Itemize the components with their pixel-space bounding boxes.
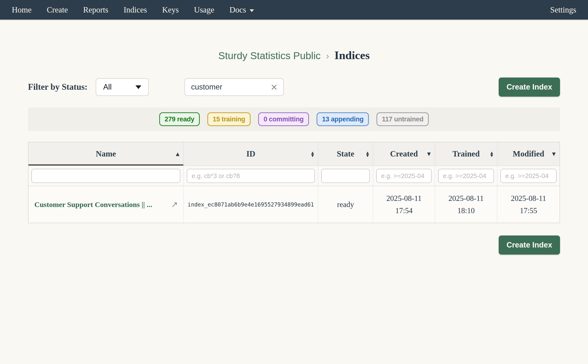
nav-item-settings[interactable]: Settings xyxy=(550,5,576,14)
breadcrumb-separator: › xyxy=(326,51,329,61)
breadcrumb: Sturdy Statistics Public › Indices xyxy=(28,49,560,62)
modified-filter-input[interactable] xyxy=(500,169,557,183)
sort-descending-icon: ▼ xyxy=(427,152,431,156)
main-content: Sturdy Statistics Public › Indices Filte… xyxy=(28,49,560,255)
nav-item-reports[interactable]: Reports xyxy=(83,5,108,14)
column-header-created[interactable]: Created ▼ xyxy=(373,142,435,166)
nav-item-create[interactable]: Create xyxy=(47,5,68,14)
status-badge-training[interactable]: 15 training xyxy=(207,112,251,126)
cell-state: ready xyxy=(318,186,373,223)
created-filter-input[interactable] xyxy=(376,169,432,183)
modified-date: 2025-08-11 xyxy=(511,192,546,205)
sort-both-icon: ▲▼ xyxy=(490,151,493,157)
status-badge-appending[interactable]: 13 appending xyxy=(317,112,369,126)
cell-modified: 2025-08-11 17:55 xyxy=(497,186,560,223)
sort-ascending-icon: ▲ xyxy=(176,152,179,156)
cell-created: 2025-08-11 17:54 xyxy=(373,186,435,223)
status-badge-untrained[interactable]: 117 untrained xyxy=(376,112,429,126)
table-filter-row xyxy=(28,166,560,186)
dropdown-caret-icon xyxy=(135,85,141,89)
column-header-trained[interactable]: Trained ▲▼ xyxy=(435,142,497,166)
breadcrumb-parent-link[interactable]: Sturdy Statistics Public xyxy=(218,50,321,62)
filter-cell-id xyxy=(184,166,318,186)
filter-cell-name xyxy=(28,166,184,186)
search-input[interactable] xyxy=(191,83,268,91)
created-time: 17:54 xyxy=(395,205,413,217)
clear-search-icon[interactable]: × xyxy=(271,81,278,93)
status-filter-value: All xyxy=(103,83,111,91)
sort-both-icon: ▲▼ xyxy=(311,151,314,157)
sort-both-icon: ▲▼ xyxy=(366,151,369,157)
table-row: Customer Support Conversations || ... ↗ … xyxy=(28,186,560,223)
filter-cell-trained xyxy=(435,166,497,186)
nav-item-indices[interactable]: Indices xyxy=(123,5,147,14)
nav-item-keys[interactable]: Keys xyxy=(162,5,179,14)
nav-item-home[interactable]: Home xyxy=(12,5,32,14)
status-badge-strip: 279 ready 15 training 0 committing 13 ap… xyxy=(28,107,560,131)
filter-cell-created xyxy=(373,166,435,186)
modified-time: 17:55 xyxy=(520,205,537,217)
cell-trained: 2025-08-11 18:10 xyxy=(435,186,497,223)
trained-filter-input[interactable] xyxy=(438,169,494,183)
table-header-row: Name ▲ ID ▲▼ State ▲▼ Created ▼ Trained … xyxy=(28,142,560,166)
create-index-button-bottom[interactable]: Create Index xyxy=(499,235,560,255)
column-header-name[interactable]: Name ▲ xyxy=(28,142,184,166)
column-header-state[interactable]: State ▲▼ xyxy=(318,142,373,166)
cell-name: Customer Support Conversations || ... ↗ xyxy=(28,186,184,223)
filter-cell-state xyxy=(318,166,373,186)
status-filter-select[interactable]: All xyxy=(96,78,149,96)
status-badge-ready[interactable]: 279 ready xyxy=(159,112,200,126)
state-filter-input[interactable] xyxy=(321,169,370,183)
sort-descending-icon: ▼ xyxy=(552,152,556,156)
filter-bar: Filter by Status: All × Create Index xyxy=(28,78,560,97)
external-link-icon[interactable]: ↗ xyxy=(168,200,178,209)
column-header-id[interactable]: ID ▲▼ xyxy=(184,142,318,166)
top-nav: Home Create Reports Indices Keys Usage D… xyxy=(0,0,588,20)
name-filter-input[interactable] xyxy=(31,169,180,183)
bottom-button-area: Create Index xyxy=(28,235,560,255)
docs-caret-icon xyxy=(250,9,254,12)
page-title: Indices xyxy=(334,49,370,62)
trained-date: 2025-08-11 xyxy=(448,192,484,205)
filter-status-label: Filter by Status: xyxy=(28,82,87,92)
create-index-button-top[interactable]: Create Index xyxy=(499,78,560,97)
indices-table: Name ▲ ID ▲▼ State ▲▼ Created ▼ Trained … xyxy=(28,142,560,223)
created-date: 2025-08-11 xyxy=(386,192,422,205)
column-label-modified: Modified xyxy=(513,149,544,158)
column-header-modified[interactable]: Modified ▼ xyxy=(497,142,560,166)
nav-item-usage[interactable]: Usage xyxy=(194,5,214,14)
index-name-link[interactable]: Customer Support Conversations || ... xyxy=(34,200,152,209)
column-label-trained: Trained xyxy=(452,149,480,158)
status-badge-committing[interactable]: 0 committing xyxy=(258,112,309,126)
trained-time: 18:10 xyxy=(457,205,475,217)
nav-item-docs[interactable]: Docs xyxy=(229,5,254,14)
id-filter-input[interactable] xyxy=(187,169,315,183)
filter-cell-modified xyxy=(497,166,560,186)
docs-label: Docs xyxy=(229,5,246,14)
column-label-name: Name xyxy=(96,149,116,158)
column-label-state: State xyxy=(337,149,354,158)
cell-id: index_ec8071ab6b9e4e1695527934899ead61 xyxy=(184,186,318,223)
column-label-id: ID xyxy=(246,149,255,158)
search-box: × xyxy=(185,78,284,96)
column-label-created: Created xyxy=(390,149,418,158)
